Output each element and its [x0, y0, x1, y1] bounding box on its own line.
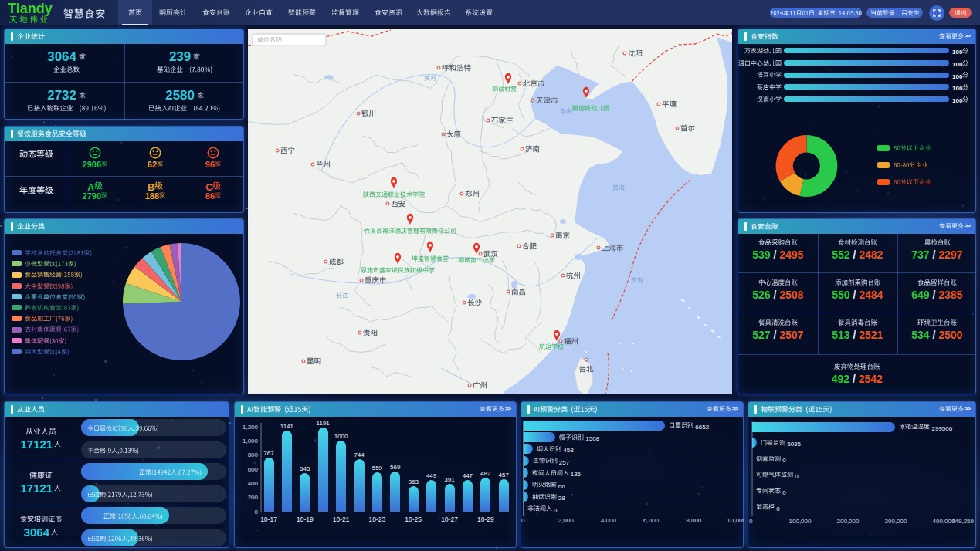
svg-text:600: 600: [248, 466, 259, 473]
svg-text:100,000: 100,000: [789, 518, 812, 525]
svg-text:200,000: 200,000: [837, 518, 860, 525]
svg-text:300,000: 300,000: [885, 518, 907, 525]
svg-text:8,000: 8,000: [686, 517, 702, 524]
svg-text:1,000: 1,000: [242, 438, 259, 445]
svg-text:0: 0: [521, 517, 525, 524]
svg-text:4,000: 4,000: [601, 517, 617, 524]
svg-text:1,200: 1,200: [242, 424, 259, 431]
svg-text:6,000: 6,000: [643, 517, 660, 524]
svg-text:449,259: 449,259: [951, 518, 974, 525]
svg-text:0: 0: [749, 518, 753, 525]
svg-text:200: 200: [248, 494, 259, 501]
svg-text:400: 400: [248, 480, 259, 487]
svg-text:0: 0: [255, 509, 259, 516]
svg-text:10,000: 10,000: [727, 517, 744, 524]
svg-text:2,000: 2,000: [558, 517, 575, 524]
